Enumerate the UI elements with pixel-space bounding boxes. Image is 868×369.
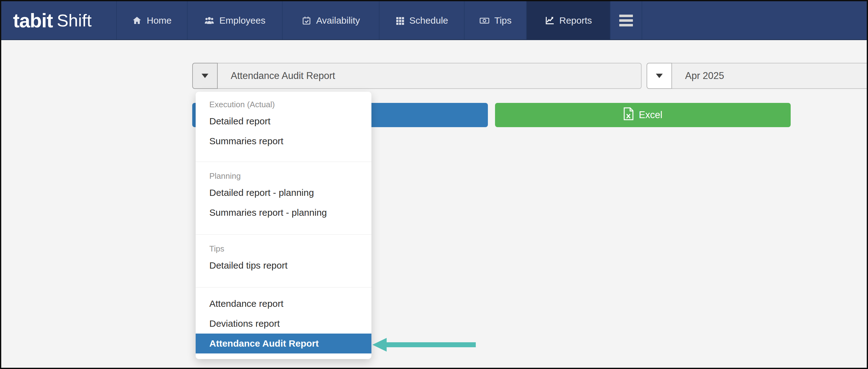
users-icon (204, 16, 215, 26)
arrow-left-icon (372, 338, 386, 351)
arrow-body (386, 342, 476, 347)
grid-icon (395, 16, 405, 25)
export-excel-button[interactable]: Excel (495, 103, 791, 127)
menu-item-summaries-report[interactable]: Summaries report (196, 131, 371, 151)
report-select: Attendance Audit Report (192, 63, 642, 89)
brand-name-secondary: Shift (57, 10, 92, 30)
menu-section-header: Execution (Actual) (196, 95, 371, 111)
nav-item-home[interactable]: Home (117, 1, 188, 39)
nav-item-label: Employees (219, 15, 265, 26)
nav-item-label: Availability (316, 15, 360, 26)
month-select: Apr 2025 (647, 63, 868, 89)
menu-item-summaries-report-planning[interactable]: Summaries report - planning (196, 203, 371, 223)
nav-item-schedule[interactable]: Schedule (379, 1, 465, 39)
report-select-value[interactable]: Attendance Audit Report (218, 63, 642, 89)
month-select-value[interactable]: Apr 2025 (672, 63, 868, 89)
menu-item-detailed-report-planning[interactable]: Detailed report - planning (196, 183, 371, 203)
nav-item-label: Schedule (409, 15, 448, 26)
report-select-caret-button[interactable] (192, 63, 218, 89)
menu-item-deviations-report[interactable]: Deviations report (196, 314, 371, 334)
menu-item-attendance-audit-report[interactable]: Attendance Audit Report (196, 334, 371, 353)
nav-menu-toggle[interactable] (611, 1, 642, 39)
calendar-check-icon (302, 16, 311, 26)
brand-logo[interactable]: tabit Shift (1, 1, 117, 39)
nav-item-availability[interactable]: Availability (283, 1, 379, 39)
menu-section-header: Planning (196, 167, 371, 183)
caret-down-icon (202, 74, 208, 78)
hamburger-icon (619, 15, 633, 26)
month-select-caret-button[interactable] (647, 63, 672, 89)
caret-down-icon (656, 74, 663, 78)
nav-item-tips[interactable]: Tips (465, 1, 527, 39)
report-dropdown-menu: Execution (Actual) Detailed report Summa… (196, 92, 371, 359)
menu-item-detailed-report[interactable]: Detailed report (196, 111, 371, 131)
nav-item-label: Tips (494, 15, 512, 26)
chart-line-icon (545, 16, 555, 26)
app-window: tabit Shift Home Em (0, 0, 868, 369)
menu-section-header: Tips (196, 240, 371, 256)
nav-item-label: Home (147, 15, 172, 26)
menu-section-attendance: Attendance report Deviations report Atte… (196, 287, 371, 359)
menu-item-attendance-report[interactable]: Attendance report (196, 294, 371, 314)
nav-item-label: Reports (559, 15, 592, 26)
nav-item-employees[interactable]: Employees (188, 1, 283, 39)
home-icon (132, 16, 142, 26)
menu-section-execution: Execution (Actual) Detailed report Summa… (196, 92, 371, 162)
nav-item-reports[interactable]: Reports (527, 1, 611, 39)
top-navbar: tabit Shift Home Em (1, 1, 867, 40)
export-excel-label: Excel (639, 109, 662, 121)
menu-section-tips: Tips Detailed tips report (196, 234, 371, 287)
money-icon (479, 16, 490, 26)
excel-file-icon (623, 107, 634, 123)
menu-item-detailed-tips-report[interactable]: Detailed tips report (196, 256, 371, 276)
brand-name-primary: tabit (13, 9, 53, 32)
menu-section-planning: Planning Detailed report - planning Summ… (196, 162, 371, 234)
